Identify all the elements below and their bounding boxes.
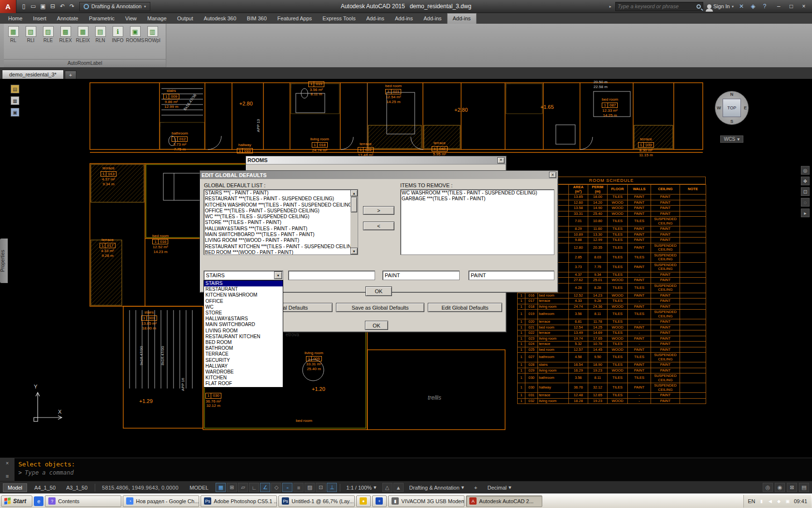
add-control-button[interactable]: + xyxy=(470,484,481,492)
search-icon[interactable] xyxy=(696,4,701,9)
customize-icon[interactable]: ≡ xyxy=(6,473,9,479)
tray-icon[interactable]: ◀ xyxy=(767,498,773,505)
list-item[interactable]: WC WASHROOM ***(TILES - PAINT - SUSPENDE… xyxy=(402,190,553,196)
new-drawing-tab[interactable]: + xyxy=(65,71,76,79)
room-type-combobox[interactable]: STAIRS ▼ xyxy=(203,270,283,280)
ribbon-button[interactable]: ℹ INFO xyxy=(109,25,126,43)
transparency-icon[interactable]: ▨ xyxy=(304,483,315,492)
quick-launch-browser-icon[interactable]: e xyxy=(34,496,44,506)
communication-center-icon[interactable]: ◈ xyxy=(749,3,757,10)
dynamic-ucs-icon[interactable]: ⊥ xyxy=(327,483,337,492)
rooms-window-button[interactable]: Save as Global Defaults xyxy=(336,303,424,312)
taskbar-task[interactable]: + xyxy=(372,495,387,507)
viewcube[interactable]: N S W E TOP WCS ▾ xyxy=(713,91,750,143)
ribbon-button[interactable]: ▩ RLEX xyxy=(57,25,74,43)
list-item[interactable]: STORE ***(TILES - PAINT - PAINT) xyxy=(205,220,349,225)
start-button[interactable]: Start xyxy=(1,495,32,507)
taskbar-task[interactable]: ▮ VIVACOM 3G USB Modem xyxy=(388,495,464,507)
showmotion-icon[interactable]: ▸ xyxy=(801,209,810,217)
autocad-logo-icon[interactable]: A xyxy=(0,0,16,13)
taskbar-task[interactable]: ◔ Нов раздел - Google Ch... xyxy=(123,495,199,507)
ribbon-tab[interactable]: Add-ins xyxy=(447,13,477,24)
ribbon-tab[interactable]: Annotate xyxy=(52,14,84,24)
viewcube-top-face[interactable]: TOP xyxy=(723,99,741,117)
snap-icon[interactable]: ⊞ xyxy=(227,483,237,492)
ribbon-tab[interactable]: Parametric xyxy=(84,14,120,24)
qat-icon[interactable]: ▯ xyxy=(19,2,28,11)
polar-tracking-icon[interactable]: ∠ xyxy=(260,483,270,492)
workspace-switching-control[interactable]: Drafting & Annotation ▾ xyxy=(406,483,467,492)
wcs-dropdown[interactable]: WCS ▾ xyxy=(720,135,743,143)
lineweight-icon[interactable]: ≡ xyxy=(293,483,304,492)
list-item[interactable]: KITCHEN WASHROOM ***(TILES - PAINT - SUS… xyxy=(205,202,349,208)
command-input[interactable] xyxy=(25,469,218,476)
list-item[interactable]: STAIRS ***( - PAINT - PAINT) xyxy=(205,190,349,196)
scrollbar-thumb[interactable] xyxy=(351,197,357,212)
annotation-visibility-icon[interactable]: ▲ xyxy=(393,483,404,492)
taskbar-task[interactable]: ? Contents xyxy=(45,495,121,507)
viewcube-compass[interactable]: N S W E TOP xyxy=(715,91,749,125)
maximize-button[interactable]: □ xyxy=(785,1,798,11)
ribbon-button[interactable]: ▦ RLEIX xyxy=(74,25,91,43)
list-item[interactable]: BED ROOM ***(WOOD - PAINT - PAINT) xyxy=(205,250,349,255)
ribbon-button[interactable]: ▥ ROWpl xyxy=(144,25,161,43)
dropdown-option[interactable]: OFFICE xyxy=(204,299,283,304)
move-right-button[interactable]: > xyxy=(363,206,394,215)
wall-finish-field[interactable] xyxy=(382,270,460,280)
close-icon[interactable]: × xyxy=(497,157,505,164)
dropdown-option[interactable]: SECURITY xyxy=(204,358,283,363)
chevron-down-icon[interactable]: ▼ xyxy=(274,271,282,279)
dropdown-option[interactable]: TERRACE xyxy=(204,351,283,357)
ribbon-button[interactable]: ▤ RLN xyxy=(92,25,109,43)
orbit-icon[interactable]: ◌ xyxy=(801,198,810,207)
autodesk-exchange-icon[interactable]: ✕ xyxy=(738,3,745,10)
help-icon[interactable]: ? xyxy=(761,3,768,10)
taskbar-task[interactable]: A Autodesk AutoCAD 2... xyxy=(466,495,542,507)
ribbon-tab[interactable]: Featured Apps xyxy=(272,14,318,24)
file-tab[interactable]: demo_residental_3* xyxy=(2,70,64,79)
close-icon[interactable]: × xyxy=(549,172,556,178)
scroll-down-icon[interactable]: ▼ xyxy=(350,248,358,254)
rooms-ok-button[interactable]: OK xyxy=(365,321,388,330)
properties-palette-tab[interactable]: Properties xyxy=(0,239,8,283)
listbox-scrollbar[interactable]: ▲ ▼ xyxy=(350,190,358,254)
ok-button[interactable]: OK xyxy=(365,286,392,296)
model-space-button[interactable]: MODEL xyxy=(185,484,213,492)
dropdown-option[interactable]: STAIRS xyxy=(204,281,283,286)
zoom-extents-icon[interactable]: ⊡ xyxy=(801,187,810,196)
sign-in-button[interactable]: Sign In ▾ xyxy=(707,3,734,9)
osnap-icon[interactable]: ▫ xyxy=(282,483,292,492)
minimize-button[interactable]: – xyxy=(772,1,785,11)
dropdown-option[interactable]: WARDROBE xyxy=(204,369,283,375)
dialog-titlebar[interactable]: EDIT GLOBAL DEFAULTS × xyxy=(200,171,558,179)
list-item[interactable]: RESTAURANT KITCHEN ***(TILES - PAINT - S… xyxy=(205,244,349,250)
clean-screen-icon[interactable]: ⊠ xyxy=(787,483,797,492)
list-item[interactable]: MAIN SWITCHBOARD ***(TILES - PAINT - PAI… xyxy=(205,232,349,238)
dropdown-option[interactable]: HALLWAY xyxy=(204,363,283,369)
dropdown-option[interactable]: FLAT ROOF xyxy=(204,381,283,387)
ortho-icon[interactable]: ∟ xyxy=(249,483,259,492)
move-left-button[interactable]: < xyxy=(363,222,394,230)
list-item[interactable]: WC ***(TILES - TILES - SUSPENDED CEILING… xyxy=(205,214,349,220)
layout-tab[interactable]: A3_1_50 xyxy=(62,484,92,492)
annotation-scale-icon[interactable]: △ xyxy=(382,483,392,492)
full-navigation-wheel-icon[interactable]: ◎ xyxy=(801,166,810,175)
ribbon-tab[interactable]: Output xyxy=(172,14,199,24)
qat-icon[interactable]: ▭ xyxy=(29,2,38,11)
list-item[interactable]: HALLWAY&STAIRS ***(TILES - PAINT - PAINT… xyxy=(205,226,349,232)
tray-icon[interactable]: ▮ xyxy=(758,498,765,505)
ribbon-tab[interactable]: Home xyxy=(3,14,28,24)
dropdown-option[interactable]: RESTAURANT xyxy=(204,286,283,292)
qat-icon[interactable]: ↷ xyxy=(68,2,76,11)
layer-properties-icon[interactable]: ▤ xyxy=(11,85,19,93)
taskbar-task[interactable]: ● xyxy=(356,495,371,507)
properties-palette-icon[interactable]: ▦ xyxy=(11,96,19,105)
dropdown-option[interactable]: BED ROOM xyxy=(204,340,283,345)
rooms-window-button[interactable]: Edit Global Defaults xyxy=(428,303,502,312)
language-indicator[interactable]: EN xyxy=(748,498,755,504)
ribbon-tab[interactable]: Autodesk 360 xyxy=(199,14,242,24)
selection-cycling-icon[interactable]: ⊡ xyxy=(316,483,326,492)
taskbar-task[interactable]: Ps Untitled-1 @ 66,7% (Lay... xyxy=(278,495,355,507)
ribbon-tab[interactable]: Manage xyxy=(142,14,172,24)
model-tab[interactable]: Model xyxy=(3,483,27,492)
